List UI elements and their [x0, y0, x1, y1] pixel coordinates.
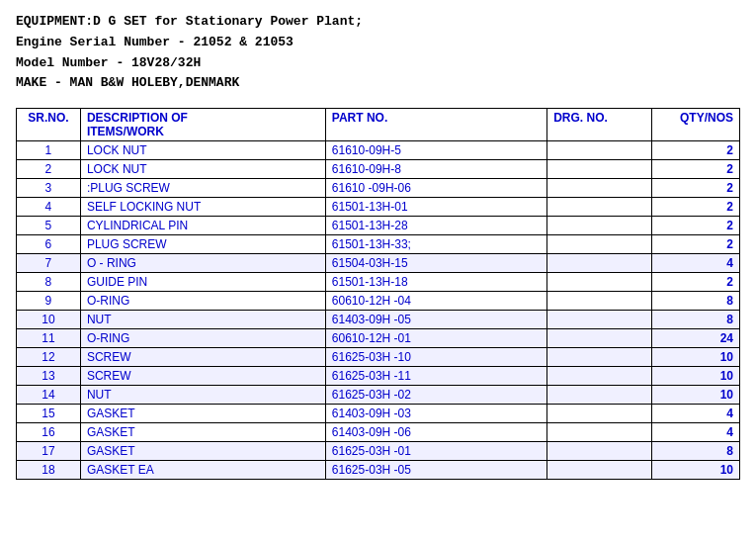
- cell-drg: [547, 273, 652, 292]
- cell-desc: SCREW: [80, 348, 325, 367]
- cell-sr: 3: [17, 179, 81, 198]
- header-line4: MAKE - MAN B&W HOLEBY,DENMARK: [16, 73, 740, 94]
- cell-sr: 18: [17, 461, 81, 480]
- cell-drg: [547, 254, 652, 273]
- col-header-desc: DESCRIPTION OFITEMS/WORK: [80, 109, 325, 141]
- cell-drg: [547, 386, 652, 405]
- cell-desc: GASKET: [80, 405, 325, 423]
- cell-part: 61625-03H -11: [325, 367, 546, 386]
- cell-part: 61610 -09H-06: [325, 179, 546, 198]
- cell-sr: 11: [17, 329, 81, 348]
- cell-part: 61501-13H-01: [325, 198, 546, 217]
- cell-drg: [547, 367, 652, 386]
- table-row: 15GASKET61403-09H -034: [17, 405, 740, 423]
- table-row: 11O-RING60610-12H -0124: [17, 329, 740, 348]
- cell-desc: LOCK NUT: [80, 160, 325, 179]
- cell-drg: [547, 217, 652, 235]
- table-row: 17GASKET61625-03H -018: [17, 442, 740, 461]
- cell-desc: PLUG SCREW: [80, 235, 325, 254]
- cell-desc: GASKET: [80, 423, 325, 442]
- cell-desc: GASKET: [80, 442, 325, 461]
- cell-sr: 8: [17, 273, 81, 292]
- cell-drg: [547, 179, 652, 198]
- table-row: 4SELF LOCKING NUT61501-13H-012: [17, 198, 740, 217]
- cell-qty: 2: [652, 198, 740, 217]
- cell-drg: [547, 348, 652, 367]
- table-row: 9O-RING60610-12H -048: [17, 292, 740, 311]
- cell-sr: 1: [17, 141, 81, 160]
- cell-part: 61501-13H-33;: [325, 235, 546, 254]
- cell-qty: 8: [652, 311, 740, 329]
- cell-part: 61403-09H -03: [325, 405, 546, 423]
- cell-part: 60610-12H -04: [325, 292, 546, 311]
- cell-part: 61625-03H -05: [325, 461, 546, 480]
- table-row: 2LOCK NUT61610-09H-82: [17, 160, 740, 179]
- cell-part: 61403-09H -06: [325, 423, 546, 442]
- cell-desc: CYLINDRICAL PIN: [80, 217, 325, 235]
- cell-sr: 15: [17, 405, 81, 423]
- cell-sr: 7: [17, 254, 81, 273]
- cell-drg: [547, 461, 652, 480]
- table-row: 10NUT61403-09H -058: [17, 311, 740, 329]
- cell-sr: 2: [17, 160, 81, 179]
- table-row: 5CYLINDRICAL PIN61501-13H-282: [17, 217, 740, 235]
- cell-qty: 2: [652, 141, 740, 160]
- cell-qty: 8: [652, 442, 740, 461]
- cell-desc: LOCK NUT: [80, 141, 325, 160]
- cell-part: 60610-12H -01: [325, 329, 546, 348]
- cell-qty: 4: [652, 254, 740, 273]
- cell-desc: SCREW: [80, 367, 325, 386]
- table-row: 7O - RING61504-03H-154: [17, 254, 740, 273]
- cell-drg: [547, 442, 652, 461]
- header-block: EQUIPMENT:D G SET for Stationary Power P…: [16, 12, 740, 94]
- cell-sr: 16: [17, 423, 81, 442]
- cell-part: 61625-03H -02: [325, 386, 546, 405]
- cell-drg: [547, 329, 652, 348]
- cell-drg: [547, 160, 652, 179]
- cell-desc: O - RING: [80, 254, 325, 273]
- header-line3: Model Number - 18V28/32H: [16, 53, 740, 74]
- cell-desc: GASKET EA: [80, 461, 325, 480]
- table-row: 16GASKET61403-09H -064: [17, 423, 740, 442]
- cell-qty: 2: [652, 217, 740, 235]
- cell-part: 61403-09H -05: [325, 311, 546, 329]
- cell-desc: NUT: [80, 386, 325, 405]
- table-row: 6PLUG SCREW61501-13H-33;2: [17, 235, 740, 254]
- cell-qty: 10: [652, 367, 740, 386]
- cell-drg: [547, 405, 652, 423]
- cell-desc: SELF LOCKING NUT: [80, 198, 325, 217]
- table-row: 18GASKET EA61625-03H -0510: [17, 461, 740, 480]
- parts-table: SR.NO. DESCRIPTION OFITEMS/WORK PART NO.…: [16, 108, 740, 480]
- cell-part: 61610-09H-8: [325, 160, 546, 179]
- cell-desc: :PLUG SCREW: [80, 179, 325, 198]
- cell-qty: 10: [652, 348, 740, 367]
- cell-qty: 2: [652, 235, 740, 254]
- cell-sr: 10: [17, 311, 81, 329]
- col-header-part: PART NO.: [325, 109, 546, 141]
- cell-sr: 6: [17, 235, 81, 254]
- cell-drg: [547, 423, 652, 442]
- cell-sr: 14: [17, 386, 81, 405]
- table-row: 1LOCK NUT61610-09H-52: [17, 141, 740, 160]
- cell-qty: 4: [652, 423, 740, 442]
- cell-sr: 4: [17, 198, 81, 217]
- cell-qty: 24: [652, 329, 740, 348]
- table-row: 14NUT61625-03H -0210: [17, 386, 740, 405]
- cell-part: 61504-03H-15: [325, 254, 546, 273]
- header-line2: Engine Serial Number - 21052 & 21053: [16, 33, 740, 53]
- cell-part: 61501-13H-28: [325, 217, 546, 235]
- cell-qty: 2: [652, 179, 740, 198]
- cell-drg: [547, 311, 652, 329]
- cell-part: 61625-03H -01: [325, 442, 546, 461]
- col-header-sr: SR.NO.: [17, 109, 81, 141]
- cell-sr: 5: [17, 217, 81, 235]
- cell-part: 61610-09H-5: [325, 141, 546, 160]
- cell-desc: NUT: [80, 311, 325, 329]
- cell-drg: [547, 198, 652, 217]
- cell-qty: 10: [652, 461, 740, 480]
- cell-sr: 13: [17, 367, 81, 386]
- cell-desc: O-RING: [80, 292, 325, 311]
- cell-qty: 4: [652, 405, 740, 423]
- col-header-qty: QTY/NOS: [652, 109, 740, 141]
- table-row: 3:PLUG SCREW61610 -09H-062: [17, 179, 740, 198]
